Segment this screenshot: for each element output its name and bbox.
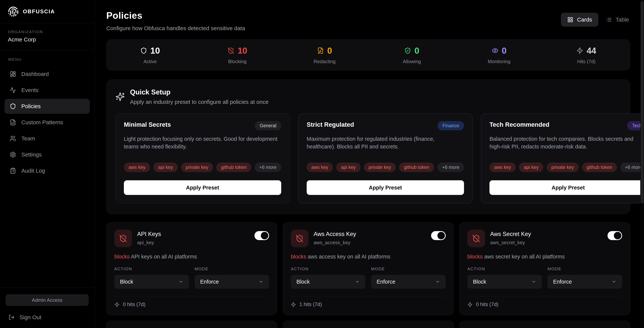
quick-setup-subtitle: Apply an industry preset to configure al… <box>130 99 268 105</box>
stat-label: Monitoring <box>488 59 510 65</box>
policy-hits: 0 hits (7d) <box>123 301 146 307</box>
stat-label: Redacting <box>314 59 336 65</box>
chevron-down-icon <box>531 279 536 284</box>
toggle-knob <box>614 232 621 239</box>
file-pen-icon <box>317 47 324 54</box>
scrollbar-track[interactable] <box>640 0 644 328</box>
sidebar-item-team[interactable]: Team <box>4 131 90 146</box>
mode-select-value: Enforce <box>553 279 572 285</box>
scrollbar-thumb[interactable] <box>641 1 644 204</box>
preset-badge: General <box>255 121 281 130</box>
mode-select[interactable]: Enforce <box>548 275 622 289</box>
action-select[interactable]: Block <box>114 275 189 289</box>
grid-icon <box>567 17 573 23</box>
chevron-down-icon <box>355 279 360 284</box>
apply-preset-button[interactable]: Apply Preset <box>490 180 644 195</box>
sidebar-item-events[interactable]: Events <box>4 83 90 98</box>
action-select[interactable]: Block <box>291 275 366 289</box>
stat-label: Active <box>144 59 157 65</box>
policy-card-email: Email Addresses email <box>459 321 630 328</box>
stat-value: 0 <box>414 46 419 56</box>
view-cards-button[interactable]: Cards <box>561 13 598 27</box>
quick-setup-title: Quick Setup <box>130 88 268 96</box>
admin-access-button[interactable]: Admin Access <box>6 294 89 306</box>
preset-card-tech-recommended: Tech Recommended Tech Balanced protectio… <box>481 113 644 203</box>
sidebar-item-label: Team <box>21 135 35 142</box>
mode-select[interactable]: Enforce <box>371 275 446 289</box>
quick-setup-header: Quick Setup Apply an industry preset to … <box>116 88 618 105</box>
policy-card-aws-access-key: Aws Access Key aws_access_key blocks aws… <box>283 222 454 315</box>
preset-tags: aws key api key private key github token… <box>307 162 464 172</box>
sidebar-menu: MENU Dashboard Events Policies Custom Pa… <box>0 50 94 287</box>
preset-card-strict-regulated: Strict Regulated Finance Maximum protect… <box>298 113 472 203</box>
policy-slug: aws_access_key <box>314 240 356 246</box>
policy-title: API Keys <box>137 231 161 237</box>
action-select-value: Block <box>120 279 133 285</box>
apply-preset-button[interactable]: Apply Preset <box>124 180 281 195</box>
preset-badge: Finance <box>438 121 464 130</box>
policy-card-credit-card: Credit Card Numbers credit_card <box>283 321 454 328</box>
stat-value: 0 <box>502 46 507 56</box>
sidebar-item-label: Audit Log <box>21 168 45 174</box>
stat-value: 44 <box>586 46 596 56</box>
preset-tag: api key <box>519 162 543 172</box>
shield-off-icon <box>296 234 304 242</box>
mode-label: MODE <box>371 266 446 271</box>
preset-tag-more: +6 more <box>438 162 464 172</box>
zap-icon <box>291 302 296 307</box>
preset-tag: github token <box>399 162 434 172</box>
policy-grid-row-2: Bearer Token bearer_token Credit Card Nu… <box>106 321 630 328</box>
preset-tag: private key <box>547 162 579 172</box>
shield-off-icon <box>228 47 234 54</box>
sidebar-item-dashboard[interactable]: Dashboard <box>4 67 90 82</box>
stat-active: 10 Active <box>106 46 194 65</box>
action-select[interactable]: Block <box>468 275 542 289</box>
stat-allowing: 0 Allowing <box>368 46 456 65</box>
gear-icon <box>10 151 16 158</box>
sign-out-button[interactable]: Sign Out <box>6 314 89 320</box>
zap-icon <box>468 302 472 307</box>
page-title: Policies <box>106 10 245 21</box>
chevron-down-icon <box>178 279 183 284</box>
sidebar-item-label: Custom Patterns <box>21 119 63 126</box>
mode-select[interactable]: Enforce <box>194 275 269 289</box>
org-label: ORGANIZATION <box>8 30 86 34</box>
chevron-down-icon <box>258 279 264 284</box>
view-table-label: Table <box>616 17 629 23</box>
sign-out-label: Sign Out <box>20 314 41 320</box>
policy-card-api-keys: API Keys api_key blocks API keys on all … <box>106 222 277 315</box>
shield-check-icon <box>404 47 411 54</box>
policy-sentence-rest: aws secret key on all AI platforms <box>483 254 565 260</box>
policy-slug: api_key <box>137 240 161 246</box>
stat-label: Blocking <box>228 59 246 65</box>
sidebar-item-label: Events <box>21 87 38 93</box>
preset-tag: api key <box>336 162 360 172</box>
sparkles-icon <box>116 92 125 101</box>
dashboard-icon <box>10 71 16 77</box>
policy-enabled-toggle[interactable] <box>608 231 622 240</box>
action-select-value: Block <box>473 279 486 285</box>
sidebar-item-settings[interactable]: Settings <box>4 147 90 162</box>
sidebar-item-label: Dashboard <box>21 71 49 77</box>
apply-preset-button[interactable]: Apply Preset <box>307 180 464 195</box>
sidebar-item-policies[interactable]: Policies <box>4 99 90 114</box>
log-out-icon <box>8 314 14 320</box>
policy-enabled-toggle[interactable] <box>254 231 269 240</box>
quick-setup-panel: Quick Setup Apply an industry preset to … <box>106 79 630 214</box>
stat-value: 10 <box>150 46 160 56</box>
sidebar-item-label: Settings <box>21 151 42 158</box>
sidebar-item-audit-log[interactable]: Audit Log <box>4 163 90 178</box>
preset-grid: Minimal Secrets General Light protection… <box>116 113 618 203</box>
preset-tags: aws key api key private key github token… <box>490 162 644 172</box>
stat-label: Hits (7d) <box>577 59 596 65</box>
preset-description: Maximum protection for regulated industr… <box>307 135 464 157</box>
view-table-button[interactable]: Table <box>605 13 630 27</box>
policy-grid-row-1: API Keys api_key blocks API keys on all … <box>106 222 630 315</box>
shield-icon <box>140 47 147 54</box>
stat-label: Allowing <box>403 59 421 65</box>
policy-enabled-toggle[interactable] <box>431 231 446 240</box>
preset-tag: api key <box>154 162 178 172</box>
policy-hits: 1 hits (7d) <box>299 301 322 307</box>
view-toggle: Cards Table <box>561 13 630 27</box>
sidebar-item-custom-patterns[interactable]: Custom Patterns <box>4 115 90 130</box>
